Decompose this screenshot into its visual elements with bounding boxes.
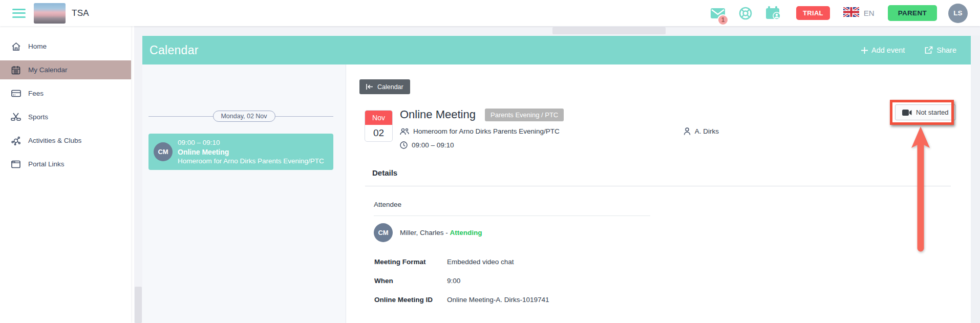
event-day: 02: [365, 125, 392, 142]
top-bar: TSA 1 TRIAL: [0, 0, 980, 26]
status-label: Not started: [916, 109, 949, 116]
calendar-header: Calendar Add event Share: [142, 36, 971, 64]
attendee-divider: [374, 216, 650, 216]
event-subtitle: Homeroom for Arno Dirks Parents Evening/…: [178, 157, 324, 166]
field-when: When 9:00: [374, 277, 549, 285]
user-avatar[interactable]: LS: [948, 4, 968, 23]
horizontal-scrollbar-thumb[interactable]: [552, 27, 666, 34]
event-month: Nov: [365, 111, 392, 125]
hamburger-menu-icon[interactable]: [12, 9, 26, 18]
add-event-label: Add event: [871, 46, 905, 54]
sidebar-item-label: Sports: [28, 113, 48, 121]
topbar-actions: 1 TRIAL: [697, 4, 968, 23]
annotation-arrow: [909, 126, 932, 252]
detail-time: 09:00 – 09:10: [412, 141, 454, 149]
help-lifebuoy-icon[interactable]: [739, 7, 752, 20]
sidebar-item-label: Fees: [28, 90, 44, 97]
field-value: 9:00: [447, 277, 460, 285]
left-vertical-scrollbar[interactable]: [134, 35, 142, 323]
attendee-heading: Attendee: [374, 201, 401, 208]
person-icon: [684, 127, 691, 135]
language-code: EN: [864, 9, 875, 17]
detail-title: Online Meeting: [400, 108, 476, 121]
uk-flag-icon: [843, 7, 859, 19]
field-meeting-format: Meeting Format Embedded video chat: [374, 258, 549, 266]
event-detail-panel: Calendar Not started Nov 02 Online Meeti…: [346, 64, 971, 323]
right-vertical-scrollbar[interactable]: [971, 35, 980, 323]
sidebar-item-label: Activities & Clubs: [28, 137, 81, 144]
details-heading: Details: [372, 168, 397, 177]
sidebar-item-my-calendar[interactable]: My Calendar: [0, 60, 131, 79]
mail-unread-badge: 1: [717, 14, 729, 26]
details-divider: [365, 186, 951, 186]
left-vertical-scrollbar-thumb[interactable]: [135, 287, 142, 323]
share-button[interactable]: Share: [924, 46, 956, 54]
field-value: Online Meeting-A. Dirks-1019741: [447, 296, 549, 304]
group-name: Homeroom for Arno Dirks Parents Evening/…: [413, 127, 560, 135]
clock-icon: [400, 141, 408, 149]
sidebar-item-label: Portal Links: [28, 160, 65, 168]
event-time: 09:00 – 09:10: [178, 138, 324, 147]
sidebar-item-label: My Calendar: [28, 66, 68, 74]
field-label: When: [374, 277, 447, 285]
trial-badge: TRIAL: [796, 6, 830, 20]
mail-icon[interactable]: 1: [710, 7, 726, 19]
back-button-label: Calendar: [377, 83, 403, 91]
attendee-name: Miller, Charles - Attending: [400, 229, 482, 236]
share-label: Share: [936, 46, 956, 54]
event-date-box: Nov 02: [365, 110, 393, 142]
credit-card-icon: [10, 90, 22, 97]
field-online-meeting-id: Online Meeting ID Online Meeting-A. Dirk…: [374, 296, 549, 304]
sidebar-nav: Home My Calendar Fees Sports Activities …: [0, 26, 131, 323]
attendee-row: CM Miller, Charles - Attending: [374, 223, 482, 242]
date-header-pill: Monday, 02 Nov: [212, 111, 275, 122]
calendar-page: Calendar Add event Share Monday, 02 Nov …: [142, 35, 971, 323]
horizontal-scrollbar[interactable]: [134, 26, 980, 35]
sidebar-item-sports[interactable]: Sports: [0, 107, 131, 126]
field-value: Embedded video chat: [447, 258, 514, 266]
category-badge: Parents Evening / PTC: [485, 109, 564, 121]
sidebar-item-label: Home: [28, 42, 47, 50]
home-icon: [10, 42, 22, 51]
organizer-name: A. Dirks: [695, 127, 719, 135]
attendee-name-text: Miller, Charles -: [400, 229, 450, 236]
school-logo: [34, 3, 66, 24]
back-to-calendar-button[interactable]: Calendar: [359, 79, 410, 94]
plus-icon: [861, 47, 868, 54]
organizer-row: A. Dirks: [684, 127, 719, 135]
time-row: 09:00 – 09:10: [400, 141, 454, 149]
attendee-avatar: CM: [374, 223, 393, 242]
share-icon: [924, 46, 933, 54]
sidebar-item-fees[interactable]: Fees: [0, 84, 131, 103]
sidebar-item-activities-clubs[interactable]: Activities & Clubs: [0, 131, 131, 150]
booking-calendar-icon[interactable]: [765, 6, 781, 20]
page-title: Calendar: [150, 44, 199, 57]
attendee-avatar: CM: [154, 142, 173, 161]
attendee-status: Attending: [450, 229, 482, 236]
group-icon: [400, 128, 409, 135]
back-arrow-icon: [366, 84, 373, 90]
add-event-button[interactable]: Add event: [861, 46, 905, 54]
network-icon: [10, 136, 22, 145]
calendar-icon: [10, 66, 22, 75]
school-name: TSA: [72, 8, 89, 18]
meeting-status-button[interactable]: Not started: [895, 104, 956, 120]
sidebar-item-home[interactable]: Home: [0, 37, 131, 56]
field-label: Meeting Format: [374, 258, 447, 266]
video-camera-icon: [902, 110, 912, 116]
event-list-panel: Monday, 02 Nov CM 09:00 – 09:10 Online M…: [142, 64, 346, 323]
sidebar-item-portal-links[interactable]: Portal Links: [0, 155, 131, 174]
event-card[interactable]: CM 09:00 – 09:10 Online Meeting Homeroom…: [148, 134, 333, 170]
language-selector[interactable]: EN: [843, 7, 875, 19]
role-switch-button[interactable]: PARENT: [888, 5, 937, 21]
event-title: Online Meeting: [178, 147, 324, 157]
sports-icon: [10, 113, 22, 121]
field-label: Online Meeting ID: [374, 296, 447, 304]
group-row: Homeroom for Arno Dirks Parents Evening/…: [400, 127, 560, 135]
browser-window-icon: [10, 160, 22, 168]
